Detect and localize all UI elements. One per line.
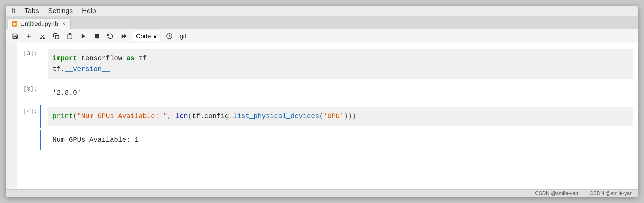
tab-title: Untitled.ipynb [20, 20, 58, 28]
git-label: git [178, 33, 188, 40]
cell-1-body[interactable]: import tensorflow as tf tf.__version__ [42, 46, 638, 82]
cell-2-output-indicator [40, 129, 42, 151]
cell-2-indicator [40, 104, 42, 129]
cell-1-output-body: '2.8.0' [42, 82, 638, 104]
code-line-3: print("Num GPUs Available: ", len(tf.con… [52, 111, 628, 122]
cell-1-output-indicator [40, 82, 42, 104]
menu-item-help[interactable]: Help [80, 6, 97, 15]
notebook-area: [3]: import tensorflow as tf tf.__ver [17, 43, 638, 189]
cell-type-select[interactable]: Code ∨ [133, 31, 160, 41]
svg-rect-9 [95, 34, 99, 38]
cell-2-body[interactable]: print("Num GPUs Available: ", len(tf.con… [42, 104, 638, 129]
cell-2-label: [4]: [17, 104, 40, 129]
tab-close-button[interactable]: × [61, 20, 66, 27]
cell-1-label: [3]: [17, 46, 40, 82]
cell-2-output-body: Num GPUs Available: 1 [42, 129, 638, 151]
menubar: it Tabs Settings Help [6, 6, 638, 16]
main-content: [3]: import tensorflow as tf tf.__ver [6, 43, 638, 189]
statusbar: CSDN @smile-yan CSDN @smile-yan [6, 189, 638, 197]
toolbar: Code ∨ git [6, 29, 638, 43]
code-line-1: import tensorflow as tf [52, 53, 628, 64]
svg-rect-6 [55, 35, 59, 39]
svg-marker-10 [122, 34, 124, 38]
menu-item-settings[interactable]: Settings [46, 6, 75, 15]
menu-item-edit[interactable]: it [10, 6, 17, 15]
cell-1: [3]: import tensorflow as tf tf.__ver [17, 46, 638, 82]
cell-2-output-label [17, 129, 40, 151]
code-line-2: tf.__version__ [52, 64, 628, 75]
cell-1-indicator [40, 46, 42, 82]
cell-2-output: Num GPUs Available: 1 [17, 129, 638, 151]
menu-item-tabs[interactable]: Tabs [23, 6, 41, 15]
save-button[interactable] [10, 32, 20, 40]
notebook-tab-icon: nb [12, 21, 17, 27]
svg-marker-8 [82, 34, 85, 38]
cell-2-output-text: Num GPUs Available: 1 [48, 132, 633, 148]
tabbar: nb Untitled.ipynb × [6, 16, 638, 29]
cell-2-output-bar [40, 130, 41, 150]
dropdown-arrow-icon: ∨ [153, 33, 157, 40]
cell-2: [4]: print("Num GPUs Available: ", len(t… [17, 104, 638, 129]
cut-button[interactable] [38, 32, 47, 40]
cell-2-input[interactable]: print("Num GPUs Available: ", len(tf.con… [48, 107, 633, 126]
cell-1-output-label: [3]: [17, 82, 40, 104]
add-cell-button[interactable] [24, 32, 34, 40]
left-sidebar [6, 43, 17, 189]
status-right: CSDN @smile-yan [590, 190, 633, 196]
clock-button[interactable] [164, 32, 174, 40]
run-button[interactable] [79, 32, 88, 40]
cell-2-active-bar [40, 105, 41, 127]
cell-container: [3]: import tensorflow as tf tf.__ver [17, 43, 638, 154]
notebook-tab[interactable]: nb Untitled.ipynb × [8, 19, 71, 29]
copy-button[interactable] [51, 32, 61, 40]
svg-marker-11 [124, 34, 127, 38]
paste-button[interactable] [65, 32, 75, 40]
cell-1-output: [3]: '2.8.0' [17, 82, 638, 104]
cell-1-input[interactable]: import tensorflow as tf tf.__version__ [48, 49, 633, 79]
keyword-as: as [126, 54, 134, 62]
stop-button[interactable] [92, 32, 101, 40]
status-left: CSDN @smile-yan [535, 190, 578, 196]
svg-rect-7 [69, 33, 71, 34]
main-window: it Tabs Settings Help nb Untitled.ipynb … [6, 6, 638, 197]
fast-forward-button[interactable] [119, 32, 129, 40]
keyword-import: import [52, 54, 77, 62]
cell-1-output-text: '2.8.0' [48, 85, 633, 101]
cell-type-label: Code [136, 33, 151, 40]
restart-button[interactable] [105, 32, 115, 40]
